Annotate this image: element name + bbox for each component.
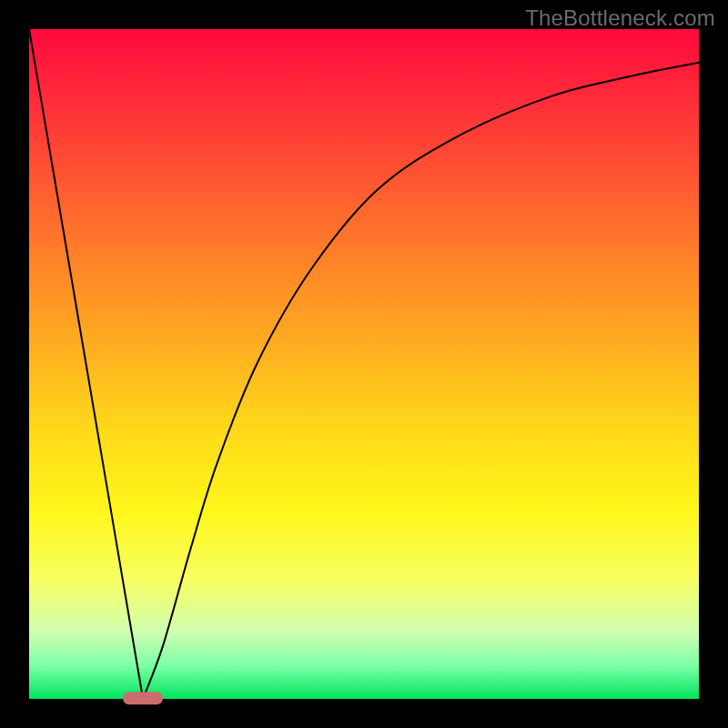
optimal-marker [123, 692, 163, 704]
curve-left-branch [29, 29, 143, 699]
curve-right-branch [143, 63, 699, 699]
plot-area [29, 29, 699, 699]
chart-frame: TheBottleneck.com [0, 0, 728, 728]
watermark-text: TheBottleneck.com [525, 5, 715, 31]
curve-svg [29, 29, 699, 699]
